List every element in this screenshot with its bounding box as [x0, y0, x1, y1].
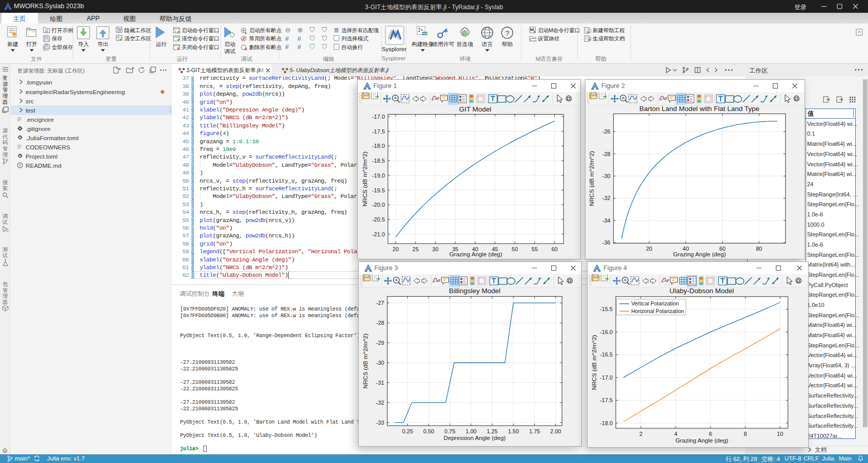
svg-text:4: 4: [674, 431, 677, 437]
svg-text:-21.0: -21.0: [372, 231, 384, 237]
svg-text:50: 50: [511, 246, 517, 252]
svg-text:0.75: 0.75: [444, 428, 455, 434]
svg-text:1.00: 1.00: [465, 428, 476, 434]
svg-text:Depression Angle (deg): Depression Angle (deg): [443, 434, 505, 441]
svg-text:-28: -28: [376, 320, 384, 326]
svg-text:-31: -31: [376, 380, 384, 386]
svg-text:Barton Land Model with Flat La: Barton Land Model with Flat Land Type: [639, 105, 760, 113]
svg-text:-17.0: -17.0: [372, 114, 384, 120]
svg-text:-18.0: -18.0: [372, 143, 384, 149]
svg-text:-18.0: -18.0: [600, 420, 613, 426]
svg-text:Grazing Angle (deg): Grazing Angle (deg): [676, 437, 728, 444]
svg-text:-28: -28: [602, 151, 611, 157]
svg-text:NRCS (dB m^2/m^2): NRCS (dB m^2/m^2): [588, 151, 595, 206]
svg-text:-18.5: -18.5: [372, 158, 384, 164]
svg-text:NRCS (dB m^2/m^2): NRCS (dB m^2/m^2): [362, 334, 368, 389]
svg-text:-20.0: -20.0: [372, 202, 384, 208]
svg-text:20: 20: [392, 246, 398, 252]
svg-text:-19.5: -19.5: [372, 187, 384, 193]
svg-text:NRCS (dB m^2/m^2): NRCS (dB m^2/m^2): [591, 335, 597, 390]
svg-text:-19.0: -19.0: [372, 172, 384, 179]
svg-text:NRCS (dB m^2/m^2): NRCS (dB m^2/m^2): [361, 151, 368, 207]
svg-text:?: ?: [505, 29, 509, 37]
svg-text:Grazing Angle (deg): Grazing Angle (deg): [449, 251, 502, 257]
svg-text:-33: -33: [376, 420, 384, 426]
svg-text:-30: -30: [602, 173, 611, 179]
svg-text:-32: -32: [602, 195, 611, 201]
svg-text:-17.0: -17.0: [600, 374, 613, 381]
svg-text:Ulaby-Dobson Model: Ulaby-Dobson Model: [669, 288, 734, 295]
svg-text:Grazing Angle (deg): Grazing Angle (deg): [673, 251, 726, 257]
svg-text:-17.5: -17.5: [372, 128, 384, 135]
svg-text:GIT Model: GIT Model: [459, 105, 491, 113]
svg-text:-16.0: -16.0: [600, 329, 613, 335]
svg-text:-27: -27: [376, 300, 384, 306]
svg-text:-26: -26: [602, 128, 611, 135]
svg-text:30: 30: [432, 246, 438, 252]
svg-text:55: 55: [531, 246, 537, 252]
svg-text:-15.5: -15.5: [600, 306, 613, 312]
svg-text:10: 10: [777, 431, 783, 437]
svg-text:Horizonal Polarization: Horizonal Polarization: [631, 308, 684, 314]
svg-text:8: 8: [744, 431, 747, 437]
svg-text:-32: -32: [376, 400, 384, 406]
svg-text:-29: -29: [376, 340, 384, 346]
svg-text:25: 25: [412, 246, 418, 252]
svg-text:-16.5: -16.5: [600, 351, 613, 358]
svg-text:-36: -36: [602, 239, 611, 246]
svg-text:1.75: 1.75: [529, 428, 539, 434]
svg-text:6: 6: [709, 431, 712, 437]
svg-text:0.25: 0.25: [402, 428, 413, 434]
svg-text:-30: -30: [376, 360, 384, 366]
svg-text:1.50: 1.50: [508, 428, 518, 434]
svg-text:Billingsley Model: Billingsley Model: [449, 288, 501, 295]
svg-text:2: 2: [639, 431, 642, 437]
svg-text:20: 20: [646, 246, 652, 252]
svg-text:60: 60: [551, 246, 557, 252]
svg-text:2.00: 2.00: [550, 428, 561, 434]
svg-text:Vertical Polarization: Vertical Polarization: [631, 300, 679, 306]
svg-text:-20.5: -20.5: [372, 216, 384, 223]
svg-text:-17.5: -17.5: [600, 397, 613, 403]
svg-text:1.25: 1.25: [487, 428, 497, 434]
svg-text:0.50: 0.50: [423, 428, 434, 434]
svg-text:80: 80: [756, 246, 762, 252]
svg-text:-34: -34: [602, 217, 611, 224]
